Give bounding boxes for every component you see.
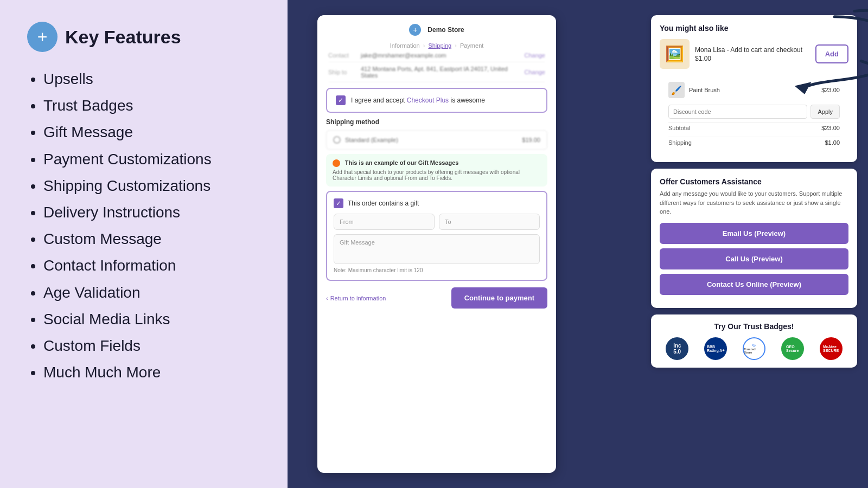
badge-inc-icon: Inc5.0 [666,337,688,360]
checkout-breadcrumb: + Demo Store [328,24,545,36]
shipping-total-label: Shipping [668,139,692,146]
gift-order-checkbox-row[interactable]: ✓ This order contains a gift [334,198,540,208]
badge-geo-icon: GEOSecure [781,337,804,360]
contact-row: Contact jake@mrshamer@example.com Change [328,49,545,62]
cart-item-name: Paint Brush [689,87,817,93]
email-us-button[interactable]: Email Us (Preview) [660,223,848,244]
gift-order-checkbox-icon: ✓ [334,198,343,208]
call-us-button[interactable]: Call Us (Preview) [660,248,848,269]
trust-title: Try Our Trust Badges! [660,322,848,331]
feature-item: Trust Badges [43,95,260,116]
shipping-method-label: Shipping method [326,118,547,126]
checkout-card: + Demo Store Information › Shipping › Pa… [317,15,556,473]
upsell-product-price: $1.00 [695,55,810,62]
to-field[interactable]: To [439,214,540,230]
discount-apply-button[interactable]: Apply [810,105,840,119]
badge-mcafee: McAfeeSECURE [820,337,843,360]
gift-message-area[interactable]: Gift Message [334,234,540,264]
upsell-title: You might also like [660,24,848,33]
feature-item: Contact Information [43,255,260,276]
gift-preview-title: This is an example of our Gift Messages [345,159,459,166]
ship-to-value: 412 Montana Ports, Apt. 841, Eastport IA… [361,66,524,79]
features-list: UpsellsTrust BadgesGift MessagePayment C… [27,68,260,383]
shipping-option-row[interactable]: Standard (Example) $19.00 [326,130,547,150]
feature-item: Custom Message [43,228,260,249]
badge-google-icon: G Trusted Store [743,337,765,360]
subtotal-label: Subtotal [668,125,690,131]
contact-value: jake@mrshamer@example.com [361,52,524,59]
badge-google: G Trusted Store [743,337,765,360]
right-side-panel: You might also like 🖼️ Mona Lisa - Add t… [651,15,857,473]
gift-preview-section: This is an example of our Gift Messages … [326,154,547,187]
checkout-buttons: ‹ Return to information Continue to paym… [317,281,556,315]
contact-change[interactable]: Change [524,52,545,59]
feature-item: Gift Message [43,121,260,143]
continue-button[interactable]: Continue to payment [451,287,547,309]
gift-note: Note: Maximum character limit is 120 [334,267,540,273]
assistance-description: Add any message you would like to your c… [660,189,848,216]
shipping-option-price: $19.00 [522,137,540,143]
breadcrumb-info[interactable]: Information [390,42,420,49]
breadcrumb-shipping[interactable]: Shipping [428,42,451,49]
badge-bbb-icon: BBBRating A+ [704,337,727,360]
cart-summary: 🖌️ Paint Brush $23.00 Apply Subtotal $23… [660,74,848,153]
gift-order-label: This order contains a gift [348,200,419,207]
feature-item: Age Validation [43,282,260,303]
feature-item: Shipping Customizations [43,175,260,196]
cart-item-price: $23.00 [821,87,840,93]
gift-preview-text: Add that special touch to your products … [333,169,541,181]
trust-badges: Inc5.0 BBBRating A+ G Trusted Store GEOS… [660,337,848,360]
shipping-total-row: Shipping $1.00 [668,137,840,148]
left-title: Key Features [65,27,181,48]
feature-item: Delivery Instructions [43,202,260,223]
feature-item: Upsells [43,68,260,89]
checkout-logo: + [409,24,421,36]
ship-to-row: Ship to 412 Montana Ports, Apt. 841, Eas… [328,62,545,82]
badge-mcafee-icon: McAfeeSECURE [820,337,843,360]
return-button[interactable]: ‹ Return to information [326,295,386,301]
gift-preview-radio: This is an example of our Gift Messages [333,159,541,167]
feature-item: Payment Customizations [43,149,260,170]
store-name: Demo Store [427,26,464,34]
ship-to-change[interactable]: Change [524,69,545,75]
checkout-plus-link[interactable]: Checkout Plus [407,97,449,104]
left-panel: + Key Features UpsellsTrust BadgesGift M… [0,0,288,488]
shipping-method-section: Shipping method Standard (Example) $19.0… [317,118,556,150]
gift-fields-row: From To [334,214,540,230]
plus-icon: + [27,22,58,52]
contact-online-button[interactable]: Contact Us Online (Preview) [660,274,848,295]
cart-item-row: 🖌️ Paint Brush $23.00 [668,80,840,100]
subtotal-value: $23.00 [821,125,840,131]
feature-item: Custom Fields [43,335,260,356]
discount-input[interactable] [668,105,807,119]
agree-checkbox-icon: ✓ [336,95,346,105]
agree-checkbox-row[interactable]: ✓ I agree and accept Checkout Plus is aw… [326,88,547,113]
upsell-add-button[interactable]: Add [815,44,848,63]
cart-item-image: 🖌️ [668,82,685,98]
breadcrumb-steps: Information › Shipping › Payment [328,42,545,49]
shipping-total-value: $1.00 [825,139,840,146]
feature-item: Much Much More [43,362,260,383]
ship-to-label: Ship to [328,69,361,75]
feature-item: Social Media Links [43,309,260,330]
badge-inc: Inc5.0 [666,337,688,360]
badge-geo: GEOSecure [781,337,804,360]
breadcrumb-payment[interactable]: Payment [460,42,483,49]
badge-bbb: BBBRating A+ [704,337,727,360]
checkout-top: + Demo Store Information › Shipping › Pa… [317,15,556,82]
trust-card: Try Our Trust Badges! Inc5.0 BBBRating A… [651,314,857,368]
upsell-product-image: 🖼️ [660,39,690,69]
shipping-option-name: Standard (Example) [345,137,398,143]
left-header: + Key Features [27,22,260,52]
discount-row: Apply [668,105,840,119]
assistance-title: Offer Customers Assistance [660,177,848,186]
upsell-product-info: Mona Lisa - Add to cart and checkout $1.… [695,46,810,62]
gift-order-section: ✓ This order contains a gift From To Gif… [326,191,547,281]
subtotal-row: Subtotal $23.00 [668,122,840,133]
right-panel: + Demo Store Information › Shipping › Pa… [288,0,868,488]
agree-section: ✓ I agree and accept Checkout Plus is aw… [317,88,556,113]
agree-text: I agree and accept Checkout Plus is awes… [351,97,485,104]
upsell-product-name: Mona Lisa - Add to cart and checkout [695,46,810,54]
upsell-product-row: 🖼️ Mona Lisa - Add to cart and checkout … [660,39,848,69]
from-field[interactable]: From [334,214,435,230]
